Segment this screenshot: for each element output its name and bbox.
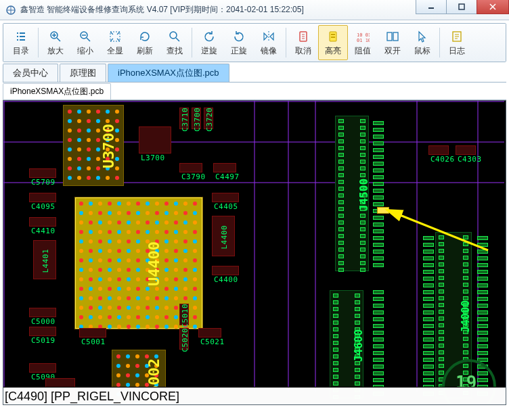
svg-rect-13 xyxy=(393,32,398,41)
main-tab[interactable]: 会员中心 xyxy=(3,64,58,82)
component-C4026[interactable]: C4026 xyxy=(428,145,449,155)
sub-tab[interactable]: iPhoneXSMAX点位图.pcb xyxy=(3,83,111,99)
toolbar-zoom-in-button[interactable]: 放大 xyxy=(41,25,70,60)
search-icon xyxy=(167,29,182,44)
component-C3720[interactable]: C3720 xyxy=(204,108,213,129)
refresh-icon xyxy=(137,29,152,44)
toolbar-zoom-out-button[interactable]: 缩小 xyxy=(70,25,100,60)
toolbar-dual-button[interactable]: 双开 xyxy=(378,25,407,60)
highlight-icon xyxy=(326,29,340,44)
document-tabs: 会员中心原理图iPhoneXSMAX点位图.pcb xyxy=(3,65,506,83)
component-C5001[interactable]: C5001 xyxy=(79,328,106,337)
toolbar-list-button[interactable]: 目录 xyxy=(6,25,36,60)
cancel-icon xyxy=(296,29,311,44)
toolbar-separator xyxy=(38,28,39,57)
svg-rect-1 xyxy=(459,4,464,9)
toolbar-rot-ccw-button[interactable]: 逆旋 xyxy=(194,25,224,60)
svg-rect-8 xyxy=(331,34,335,35)
status-bar: [C4490] [PP_RIGEL_VINCORE] xyxy=(3,387,506,404)
toolbar-mirror-button[interactable]: 镜像 xyxy=(254,25,284,60)
minimize-button[interactable] xyxy=(416,0,447,14)
fit-icon xyxy=(108,29,123,44)
component-C3710[interactable]: C3710 xyxy=(179,108,189,129)
component-C5010[interactable]: C5010 xyxy=(179,304,189,325)
list-icon xyxy=(14,29,28,44)
toolbar-log-button[interactable]: 日志 xyxy=(442,25,472,60)
component-C5019[interactable]: C5019 xyxy=(29,327,56,336)
component-C4497[interactable]: C4497 xyxy=(213,163,236,172)
sub-tabs: iPhoneXSMAX点位图.pcb xyxy=(3,84,506,100)
resistor-icon: 10 0101 10 xyxy=(355,29,370,44)
toolbar-fit-button[interactable]: 全显 xyxy=(100,25,130,60)
app-icon xyxy=(5,5,16,16)
cursor-icon xyxy=(415,29,430,44)
toolbar-cursor-button[interactable]: 鼠标 xyxy=(407,25,437,60)
zoom-out-icon xyxy=(78,29,93,44)
component-C5090[interactable]: C5090 xyxy=(29,363,56,373)
component-C4410[interactable]: C4410 xyxy=(29,217,56,227)
rot-cw-icon xyxy=(231,29,246,44)
component-C5000[interactable]: C5000 xyxy=(29,308,56,317)
toolbar-separator xyxy=(439,28,440,57)
toolbar-cancel-button[interactable]: 取消 xyxy=(288,25,318,60)
toolbar-highlight-button[interactable]: 高亮 xyxy=(318,25,348,60)
component-L3700[interactable]: L3700 xyxy=(139,126,171,154)
toolbar-refresh-button[interactable]: 刷新 xyxy=(130,25,160,60)
svg-point-5 xyxy=(170,32,177,39)
mirror-icon xyxy=(261,29,276,44)
main-tab[interactable]: 原理图 xyxy=(60,64,106,82)
component-L4400[interactable]: L4400 xyxy=(212,216,235,256)
toolbar-resistor-button[interactable]: 10 0101 10阻值 xyxy=(348,25,378,60)
close-button[interactable] xyxy=(477,0,509,14)
toolbar-search-button[interactable]: 查找 xyxy=(160,25,190,60)
svg-rect-12 xyxy=(387,32,392,41)
dual-icon xyxy=(385,29,400,44)
component-L4401[interactable]: L4401 xyxy=(33,240,56,279)
component-C4400[interactable]: C4400 xyxy=(212,266,239,275)
pcb-canvas[interactable]: U4400U5002U3700J4500J4600J4000L3700C3710… xyxy=(3,100,506,405)
highlighted-component[interactable] xyxy=(377,207,389,214)
svg-text:10 01: 10 01 xyxy=(357,32,370,38)
toolbar-rot-cw-button[interactable]: 正旋 xyxy=(224,25,254,60)
component-C3790[interactable]: C3790 xyxy=(179,163,202,172)
component-C4303[interactable]: C4303 xyxy=(456,145,476,155)
component-C5020[interactable]: C5020 xyxy=(179,328,189,350)
window-titlebar: 鑫智造 智能终端设备维修查询系统 V4.07 [VIP到期时间：2041-02-… xyxy=(0,0,509,20)
rot-ccw-icon xyxy=(202,29,217,44)
component-C5709[interactable]: C5709 xyxy=(29,168,56,178)
component-C4405[interactable]: C4405 xyxy=(212,193,239,202)
main-toolbar: 目录放大缩小全显刷新查找逆旋正旋镜像取消高亮10 0101 10阻值双开鼠标日志 xyxy=(3,24,506,62)
component-C5021[interactable]: C5021 xyxy=(198,328,221,337)
svg-rect-9 xyxy=(331,37,335,38)
component-C3700[interactable]: C3700 xyxy=(192,108,201,129)
toolbar-separator xyxy=(286,28,286,57)
toolbar-separator xyxy=(192,28,192,57)
toolbar-container: 目录放大缩小全显刷新查找逆旋正旋镜像取消高亮10 0101 10阻值双开鼠标日志 xyxy=(3,23,506,62)
window-title: 鑫智造 智能终端设备维修查询系统 V4.07 [VIP到期时间：2041-02-… xyxy=(20,4,416,16)
svg-text:01 10: 01 10 xyxy=(357,38,370,43)
main-tab[interactable]: iPhoneXSMAX点位图.pcb xyxy=(108,64,229,82)
log-icon xyxy=(449,29,464,44)
component-C4095[interactable]: C4095 xyxy=(29,193,56,202)
maximize-button[interactable] xyxy=(446,0,477,14)
zoom-in-icon xyxy=(48,29,63,44)
window-controls xyxy=(416,0,509,20)
